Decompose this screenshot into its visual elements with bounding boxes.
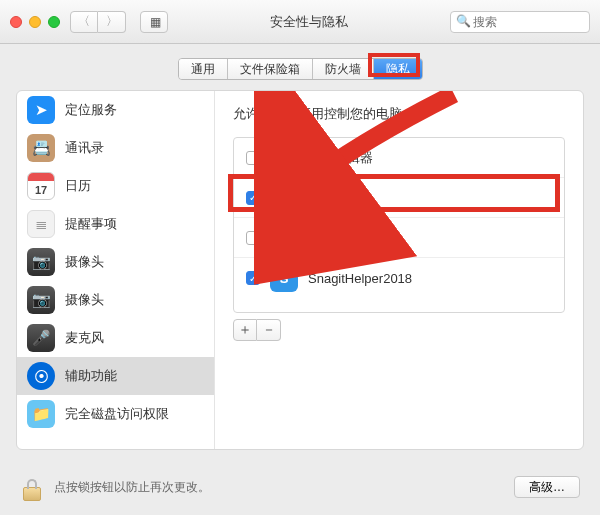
sidebar-icon: 📇 (27, 134, 55, 162)
sidebar-item-3[interactable]: ≣提醒事项 (17, 205, 214, 243)
sidebar-item-2[interactable]: 17日历 (17, 167, 214, 205)
app-name: AnyDesk (308, 190, 360, 205)
sidebar-item-8[interactable]: 📁完全磁盘访问权限 (17, 395, 214, 433)
back-button[interactable]: 〈 (70, 11, 98, 33)
sidebar-item-4[interactable]: 📷摄像头 (17, 243, 214, 281)
window-controls (10, 16, 60, 28)
lock-text: 点按锁按钮以防止再次更改。 (54, 479, 504, 496)
sidebar-item-label: 麦克风 (65, 329, 104, 347)
main-panel: ➤定位服务📇通讯录17日历≣提醒事项📷摄像头📷摄像头🎤麦克风⦿辅助功能📁完全磁盘… (16, 90, 584, 450)
sidebar-item-label: 提醒事项 (65, 215, 117, 233)
sidebar-item-0[interactable]: ➤定位服务 (17, 91, 214, 129)
app-icon: ✎ (270, 144, 298, 172)
lock-icon[interactable] (20, 473, 44, 501)
app-icon: S (270, 264, 298, 292)
app-row-3[interactable]: ✓SSnagitHelper2018 (234, 258, 564, 298)
content-heading: 允许下面的应用控制您的电脑。 (233, 105, 565, 123)
forward-button[interactable]: 〉 (98, 11, 126, 33)
app-name: Snagit 2018 (308, 230, 377, 245)
zoom-icon[interactable] (48, 16, 60, 28)
app-checkbox[interactable] (246, 151, 260, 165)
nav-buttons: 〈 〉 (70, 11, 126, 33)
app-row-0[interactable]: ✎脚本编辑器 (234, 138, 564, 178)
app-checkbox[interactable]: ✓ (246, 191, 260, 205)
add-remove-group: ＋ － (233, 319, 565, 341)
app-icon: S (270, 224, 298, 252)
tab-0[interactable]: 通用 (179, 59, 228, 79)
sidebar-icon: 17 (27, 172, 55, 200)
add-button[interactable]: ＋ (233, 319, 257, 341)
app-checkbox[interactable]: ✓ (246, 271, 260, 285)
sidebar-item-label: 摄像头 (65, 253, 104, 271)
window-title: 安全性与隐私 (178, 13, 440, 31)
sidebar-icon: ≣ (27, 210, 55, 238)
sidebar-icon: ⦿ (27, 362, 55, 390)
sidebar-item-7[interactable]: ⦿辅助功能 (17, 357, 214, 395)
content-area: 允许下面的应用控制您的电脑。 ✎脚本编辑器✓◆AnyDeskSSnagit 20… (215, 91, 583, 449)
sidebar-icon: 🎤 (27, 324, 55, 352)
sidebar-icon: 📷 (27, 248, 55, 276)
app-checkbox[interactable] (246, 231, 260, 245)
minimize-icon[interactable] (29, 16, 41, 28)
sidebar: ➤定位服务📇通讯录17日历≣提醒事项📷摄像头📷摄像头🎤麦克风⦿辅助功能📁完全磁盘… (17, 91, 215, 449)
footer: 点按锁按钮以防止再次更改。 高级… (0, 459, 600, 515)
remove-button[interactable]: － (257, 319, 281, 341)
sidebar-item-label: 摄像头 (65, 291, 104, 309)
sidebar-icon: ➤ (27, 96, 55, 124)
sidebar-item-label: 辅助功能 (65, 367, 117, 385)
advanced-button[interactable]: 高级… (514, 476, 580, 498)
sidebar-item-1[interactable]: 📇通讯录 (17, 129, 214, 167)
sidebar-item-6[interactable]: 🎤麦克风 (17, 319, 214, 357)
sidebar-item-label: 完全磁盘访问权限 (65, 405, 169, 423)
app-row-1[interactable]: ✓◆AnyDesk (234, 178, 564, 218)
sidebar-icon: 📷 (27, 286, 55, 314)
show-all-button[interactable]: ▦ (140, 11, 168, 33)
search-wrap: 🔍 (450, 11, 590, 33)
app-name: 脚本编辑器 (308, 149, 373, 167)
tabs: 通用文件保险箱防火墙隐私 (0, 58, 600, 80)
tab-1[interactable]: 文件保险箱 (228, 59, 313, 79)
tab-3[interactable]: 隐私 (374, 59, 422, 79)
search-input[interactable] (450, 11, 590, 33)
tab-2[interactable]: 防火墙 (313, 59, 374, 79)
titlebar: 〈 〉 ▦ 安全性与隐私 🔍 (0, 0, 600, 44)
app-list: ✎脚本编辑器✓◆AnyDeskSSnagit 2018✓SSnagitHelpe… (233, 137, 565, 313)
sidebar-item-label: 日历 (65, 177, 91, 195)
sidebar-item-label: 通讯录 (65, 139, 104, 157)
app-name: SnagitHelper2018 (308, 271, 412, 286)
sidebar-item-5[interactable]: 📷摄像头 (17, 281, 214, 319)
app-icon: ◆ (270, 184, 298, 212)
sidebar-icon: 📁 (27, 400, 55, 428)
sidebar-item-label: 定位服务 (65, 101, 117, 119)
app-row-2[interactable]: SSnagit 2018 (234, 218, 564, 258)
close-icon[interactable] (10, 16, 22, 28)
